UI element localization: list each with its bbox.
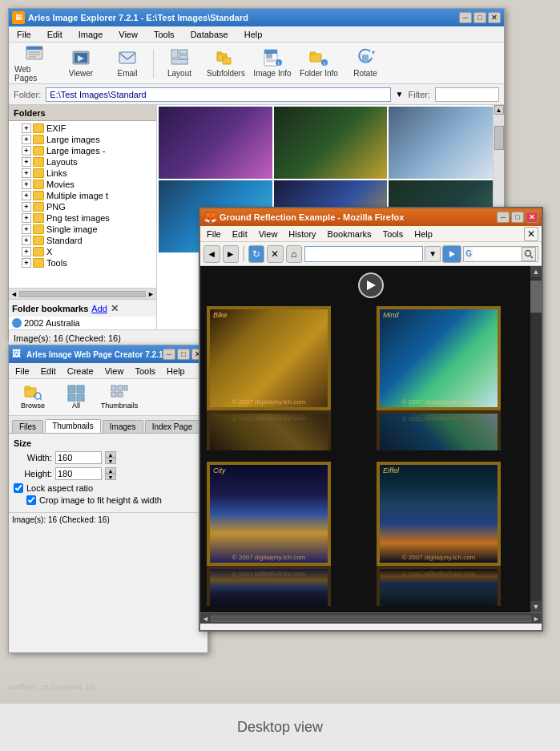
- tree-scroll-thumb[interactable]: [19, 291, 146, 297]
- ff-play-overlay-button[interactable]: [358, 273, 384, 298]
- ff-minimize-button[interactable]: ─: [497, 212, 510, 223]
- ff-menu-edit[interactable]: Edit: [229, 228, 251, 240]
- ff-title-bar[interactable]: 🦊 Ground Reflection Example - Mozilla Fi…: [200, 208, 542, 226]
- ff-hscroll-thumb[interactable]: [211, 616, 531, 622]
- ff-thumb-eiffel[interactable]: Eiffel © 2007 digitalphy.tch.com: [377, 462, 501, 566]
- ff-hscroll-right[interactable]: ►: [533, 615, 540, 623]
- filter-input[interactable]: [435, 87, 499, 102]
- tree-expand-links[interactable]: +: [22, 168, 31, 178]
- menu-edit[interactable]: Edit: [42, 28, 67, 41]
- tab-thumbnails[interactable]: Thumbnails: [45, 419, 101, 433]
- tree-expand-multiple[interactable]: +: [22, 191, 31, 200]
- tree-expand-png[interactable]: +: [22, 202, 31, 212]
- ff-reload-button[interactable]: ↻: [248, 245, 265, 263]
- tab-index-page[interactable]: Index Page: [145, 420, 200, 433]
- toolbar-webpages[interactable]: Web Pages: [12, 45, 57, 82]
- ff-menu-file[interactable]: File: [203, 228, 224, 240]
- height-decrement[interactable]: ▼: [105, 474, 116, 480]
- wc-menu-create[interactable]: Create: [62, 365, 99, 378]
- menu-database[interactable]: Database: [186, 28, 233, 41]
- tree-expand-exif[interactable]: +: [22, 123, 31, 133]
- ff-stop-button[interactable]: ✕: [267, 245, 284, 263]
- tree-item-pngtest[interactable]: + Png test images: [10, 212, 155, 224]
- ff-home-button[interactable]: ⌂: [286, 245, 303, 263]
- arles-title-bar[interactable]: 🖼 Arles Image Explorer 7.2.1 - E:\Test I…: [9, 9, 504, 26]
- wc-menu-tools[interactable]: Tools: [130, 365, 160, 378]
- wc-browse-btn[interactable]: Browse: [12, 382, 54, 414]
- toolbar-layout[interactable]: Layout: [157, 45, 202, 82]
- ff-menu-history[interactable]: History: [285, 228, 319, 240]
- lock-aspect-checkbox[interactable]: [14, 483, 23, 493]
- tree-item-large[interactable]: + Large images: [10, 134, 155, 145]
- toolbar-email[interactable]: Email: [105, 45, 150, 82]
- tree-item-multiple[interactable]: + Multiple image t: [10, 190, 155, 201]
- tree-expand-layouts[interactable]: +: [22, 157, 31, 167]
- ff-menu-bookmarks[interactable]: Bookmarks: [324, 228, 375, 240]
- ff-vertical-scrollbar[interactable]: ▲ ▼: [530, 266, 542, 612]
- menu-file[interactable]: File: [12, 28, 36, 41]
- ff-thumb-city[interactable]: City © 2007 digitalphy.tch.com: [207, 462, 331, 566]
- ff-search-input[interactable]: [473, 248, 521, 260]
- tab-images[interactable]: Images: [103, 420, 143, 433]
- ff-menu-help[interactable]: Help: [411, 228, 436, 240]
- tree-expand-x[interactable]: +: [22, 247, 31, 256]
- tree-expand-standard[interactable]: +: [22, 236, 31, 245]
- tree-item-x[interactable]: + X: [10, 246, 155, 257]
- tree-item-movies[interactable]: + Movies: [10, 179, 155, 190]
- scroll-up-btn[interactable]: ▲: [494, 105, 504, 115]
- crop-image-checkbox[interactable]: [26, 495, 36, 505]
- scroll-thumb[interactable]: [494, 126, 504, 150]
- wc-menu-edit[interactable]: Edit: [36, 365, 61, 378]
- tree-expand-single[interactable]: +: [22, 224, 31, 234]
- ff-gallery-item-4[interactable]: Eiffel © 2007 digitalphy.tch.com © 2007 …: [377, 462, 535, 606]
- ff-forward-button[interactable]: ►: [223, 245, 240, 263]
- tree-item-png[interactable]: + PNG: [10, 201, 155, 212]
- height-input[interactable]: [55, 467, 102, 480]
- folder-input[interactable]: [46, 87, 390, 102]
- wc-menu-help[interactable]: Help: [162, 365, 190, 378]
- tree-expand-largedash[interactable]: +: [22, 146, 31, 155]
- tree-expand-movies[interactable]: +: [22, 180, 31, 189]
- menu-tools[interactable]: Tools: [149, 28, 179, 41]
- tree-expand-pngtest[interactable]: +: [22, 213, 31, 223]
- tree-scroll-left[interactable]: ◄: [10, 290, 18, 298]
- maximize-button[interactable]: □: [473, 12, 486, 23]
- ff-menu-close[interactable]: ✕: [524, 227, 538, 241]
- tree-expand-tools[interactable]: +: [22, 258, 31, 268]
- toolbar-imageinfo[interactable]: i Image Info: [250, 45, 295, 82]
- ff-gallery-item-2[interactable]: Mind © 2007 digitalphy.tch.com © 2007 di…: [377, 306, 535, 450]
- thumbnail-3[interactable]: [389, 107, 502, 179]
- tree-scroll-right[interactable]: ►: [147, 290, 155, 298]
- menu-image[interactable]: Image: [74, 28, 108, 41]
- ff-gallery-item-1[interactable]: Bike © 2007 digitalphy.tch.com © 2007 di…: [207, 306, 365, 450]
- tree-expand-large[interactable]: +: [22, 135, 31, 144]
- ff-scroll-up[interactable]: ▲: [530, 266, 542, 277]
- width-input[interactable]: [55, 451, 102, 464]
- folder-dropdown-icon[interactable]: ▼: [396, 90, 404, 99]
- ff-thumb-mind[interactable]: Mind © 2007 digitalphy.tch.com: [377, 306, 501, 410]
- thumbnail-1[interactable]: [159, 107, 272, 179]
- tree-item-tools[interactable]: + Tools: [10, 257, 155, 269]
- ff-hscroll-left[interactable]: ◄: [202, 615, 209, 623]
- minimize-button[interactable]: ─: [459, 12, 472, 23]
- ff-scroll-down[interactable]: ▼: [530, 601, 542, 612]
- ff-play-nav-button[interactable]: [442, 245, 461, 263]
- ff-thumb-bike[interactable]: Bike © 2007 digitalphy.tch.com: [207, 306, 331, 410]
- toolbar-rotate[interactable]: Rotate: [343, 45, 388, 82]
- ff-scroll-thumb[interactable]: [530, 281, 542, 313]
- wc-menu-view[interactable]: View: [100, 365, 129, 378]
- tree-scrollbar[interactable]: ◄ ►: [9, 288, 156, 299]
- tree-item-exif[interactable]: + EXIF: [10, 123, 155, 134]
- toolbar-subfolders[interactable]: Subfolders: [203, 45, 248, 82]
- width-decrement[interactable]: ▼: [105, 458, 116, 464]
- ff-url-dropdown[interactable]: ▼: [425, 246, 441, 262]
- close-button[interactable]: ✕: [488, 12, 501, 23]
- tree-item-standard[interactable]: + Standard: [10, 235, 155, 246]
- bookmark-item-australia[interactable]: 2002 Australia: [9, 317, 156, 329]
- ff-maximize-button[interactable]: □: [511, 212, 524, 223]
- width-spinner[interactable]: ▲ ▼: [105, 451, 116, 464]
- ff-menu-tools[interactable]: Tools: [380, 228, 407, 240]
- wc-all-btn[interactable]: All: [55, 382, 97, 414]
- tree-item-links[interactable]: + Links: [10, 168, 155, 179]
- add-bookmark[interactable]: Add: [91, 304, 107, 313]
